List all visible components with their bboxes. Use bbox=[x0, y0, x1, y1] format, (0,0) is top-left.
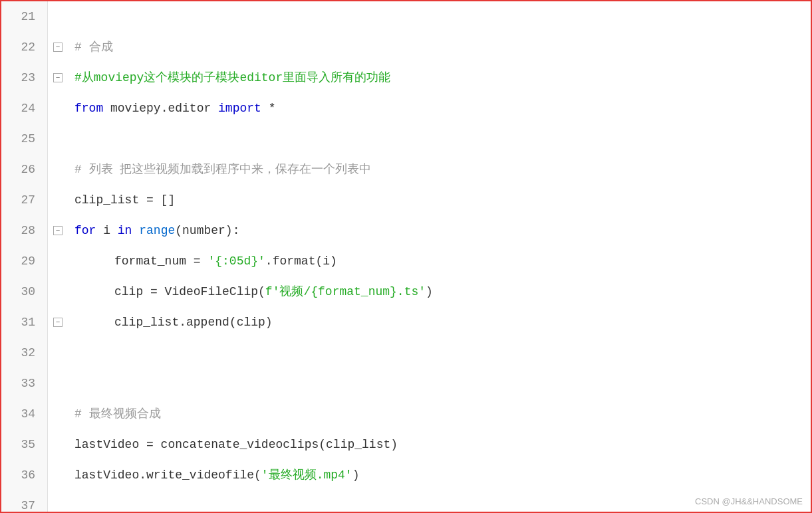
code-line: 34# 最终视频合成 bbox=[1, 399, 811, 429]
indent-space bbox=[74, 276, 114, 307]
line-gutter bbox=[48, 93, 68, 124]
code-token: range bbox=[139, 215, 175, 246]
code-line: 24from moviepy.editor import * bbox=[1, 93, 811, 124]
fold-icon[interactable]: − bbox=[53, 318, 63, 327]
watermark: CSDN @JH&&HANDSOME bbox=[695, 496, 803, 506]
code-token: f'视频/{format_num}.ts' bbox=[265, 276, 426, 307]
line-number: 37 bbox=[1, 490, 48, 512]
line-gutter bbox=[48, 1, 68, 32]
line-number: 26 bbox=[1, 154, 48, 185]
line-code bbox=[68, 1, 811, 32]
line-gutter: − bbox=[48, 215, 68, 246]
line-gutter: − bbox=[48, 32, 68, 62]
line-gutter bbox=[48, 276, 68, 307]
code-line: 23−#从moviepy这个模块的子模块editor里面导入所有的功能 bbox=[1, 62, 811, 93]
code-token: from bbox=[74, 93, 103, 124]
line-number: 28 bbox=[1, 215, 48, 246]
code-line: 27clip_list = [] bbox=[1, 185, 811, 215]
line-number: 25 bbox=[1, 124, 48, 154]
line-gutter bbox=[48, 460, 68, 490]
line-number: 30 bbox=[1, 276, 48, 307]
fold-icon[interactable]: − bbox=[53, 43, 63, 52]
line-gutter: − bbox=[48, 62, 68, 93]
line-number: 33 bbox=[1, 368, 48, 399]
code-token: in bbox=[118, 215, 132, 246]
code-content: 2122−# 合成23−#从moviepy这个模块的子模块editor里面导入所… bbox=[1, 1, 811, 512]
code-token: lastVideo = concatenate_videoclips(clip_… bbox=[74, 429, 398, 460]
code-token: # 合成 bbox=[74, 32, 113, 62]
code-line: 33 bbox=[1, 368, 811, 399]
line-number: 29 bbox=[1, 246, 48, 276]
code-token: '最终视频.mp4' bbox=[261, 460, 352, 490]
line-number: 21 bbox=[1, 1, 48, 32]
line-code: # 最终视频合成 bbox=[68, 399, 811, 429]
code-token: #从moviepy这个模块的子模块editor里面导入所有的功能 bbox=[74, 62, 390, 93]
code-line: 25 bbox=[1, 124, 811, 154]
line-code: clip_list = [] bbox=[68, 185, 811, 215]
line-code bbox=[68, 338, 811, 368]
line-code: format_num = '{:05d}'.format(i) bbox=[68, 246, 811, 276]
indent-space bbox=[74, 307, 114, 338]
line-gutter bbox=[48, 185, 68, 215]
line-gutter bbox=[48, 124, 68, 154]
indent-space bbox=[74, 246, 114, 276]
code-token: format_num = bbox=[114, 246, 207, 276]
code-token: ) bbox=[352, 460, 360, 490]
code-line: 29 format_num = '{:05d}'.format(i) bbox=[1, 246, 811, 276]
code-token: for bbox=[74, 215, 96, 246]
line-gutter bbox=[48, 338, 68, 368]
code-line: 35lastVideo = concatenate_videoclips(cli… bbox=[1, 429, 811, 460]
code-token: import bbox=[218, 93, 261, 124]
line-code: # 列表 把这些视频加载到程序中来，保存在一个列表中 bbox=[68, 154, 811, 185]
code-token: .format(i) bbox=[265, 246, 337, 276]
code-editor: 2122−# 合成23−#从moviepy这个模块的子模块editor里面导入所… bbox=[0, 0, 812, 513]
code-token: moviepy.editor bbox=[103, 93, 218, 124]
line-number: 31 bbox=[1, 307, 48, 338]
line-number: 27 bbox=[1, 185, 48, 215]
line-code: for i in range(number): bbox=[68, 215, 811, 246]
line-gutter bbox=[48, 399, 68, 429]
fold-icon[interactable]: − bbox=[53, 226, 63, 235]
line-code: # 合成 bbox=[68, 32, 811, 62]
line-code: clip_list.append(clip) bbox=[68, 307, 811, 338]
line-code: from moviepy.editor import * bbox=[68, 93, 811, 124]
code-line: 22−# 合成 bbox=[1, 32, 811, 62]
code-line: 30 clip = VideoFileClip(f'视频/{format_num… bbox=[1, 276, 811, 307]
line-gutter: − bbox=[48, 307, 68, 338]
code-token: # 最终视频合成 bbox=[74, 399, 161, 429]
code-line: 26# 列表 把这些视频加载到程序中来，保存在一个列表中 bbox=[1, 154, 811, 185]
line-number: 36 bbox=[1, 460, 48, 490]
line-code: lastVideo.write_videofile('最终视频.mp4') bbox=[68, 460, 811, 490]
line-gutter bbox=[48, 429, 68, 460]
code-line: 37 bbox=[1, 490, 811, 512]
code-token: clip = VideoFileClip( bbox=[114, 276, 265, 307]
code-token bbox=[132, 215, 139, 246]
line-code: lastVideo = concatenate_videoclips(clip_… bbox=[68, 429, 811, 460]
line-number: 34 bbox=[1, 399, 48, 429]
line-code: clip = VideoFileClip(f'视频/{format_num}.t… bbox=[68, 276, 811, 307]
line-number: 35 bbox=[1, 429, 48, 460]
code-token: '{:05d}' bbox=[207, 246, 265, 276]
code-line: 21 bbox=[1, 1, 811, 32]
line-code bbox=[68, 124, 811, 154]
code-token: # 列表 把这些视频加载到程序中来，保存在一个列表中 bbox=[74, 154, 371, 185]
code-token: (number): bbox=[175, 215, 239, 246]
code-token: * bbox=[261, 93, 276, 124]
code-line: 36lastVideo.write_videofile('最终视频.mp4') bbox=[1, 460, 811, 490]
fold-icon[interactable]: − bbox=[53, 73, 63, 82]
code-line: 28−for i in range(number): bbox=[1, 215, 811, 246]
line-number: 24 bbox=[1, 93, 48, 124]
code-token: lastVideo.write_videofile( bbox=[74, 460, 261, 490]
line-number: 32 bbox=[1, 338, 48, 368]
line-code bbox=[68, 368, 811, 399]
line-gutter bbox=[48, 490, 68, 512]
line-gutter bbox=[48, 368, 68, 399]
code-token: i bbox=[96, 215, 117, 246]
line-code: #从moviepy这个模块的子模块editor里面导入所有的功能 bbox=[68, 62, 811, 93]
code-token: ) bbox=[426, 276, 433, 307]
line-number: 23 bbox=[1, 62, 48, 93]
code-line: 31− clip_list.append(clip) bbox=[1, 307, 811, 338]
code-token: clip_list.append(clip) bbox=[114, 307, 273, 338]
line-gutter bbox=[48, 246, 68, 276]
code-line: 32 bbox=[1, 338, 811, 368]
